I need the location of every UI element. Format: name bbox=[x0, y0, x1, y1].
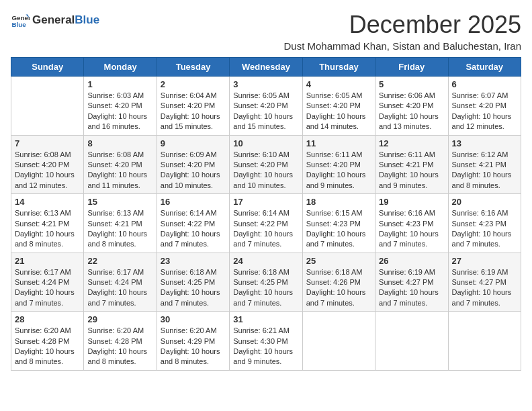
day-number: 29 bbox=[87, 314, 152, 324]
calendar-cell: 26Sunrise: 6:19 AM Sunset: 4:27 PM Dayli… bbox=[375, 253, 448, 312]
cell-content: Sunrise: 6:10 AM Sunset: 4:20 PM Dayligh… bbox=[233, 150, 298, 191]
logo-blue: Blue bbox=[75, 13, 99, 27]
day-number: 13 bbox=[452, 138, 517, 148]
calendar-cell: 25Sunrise: 6:18 AM Sunset: 4:26 PM Dayli… bbox=[302, 253, 375, 312]
calendar-week-row: 21Sunrise: 6:17 AM Sunset: 4:24 PM Dayli… bbox=[11, 253, 521, 312]
calendar-cell: 4Sunrise: 6:05 AM Sunset: 4:20 PM Daylig… bbox=[302, 77, 375, 136]
calendar-cell: 29Sunrise: 6:20 AM Sunset: 4:28 PM Dayli… bbox=[84, 312, 157, 371]
day-number: 28 bbox=[15, 314, 80, 324]
calendar: SundayMondayTuesdayWednesdayThursdayFrid… bbox=[11, 57, 521, 371]
day-number: 25 bbox=[306, 256, 371, 266]
day-number: 24 bbox=[233, 256, 298, 266]
cell-content: Sunrise: 6:18 AM Sunset: 4:25 PM Dayligh… bbox=[233, 267, 298, 309]
cell-content: Sunrise: 6:07 AM Sunset: 4:20 PM Dayligh… bbox=[452, 91, 517, 132]
weekday-header: Sunday bbox=[11, 58, 84, 77]
day-number: 12 bbox=[379, 138, 444, 148]
day-number: 4 bbox=[306, 79, 371, 89]
day-number: 3 bbox=[233, 79, 298, 89]
calendar-week-row: 7Sunrise: 6:08 AM Sunset: 4:20 PM Daylig… bbox=[11, 135, 521, 194]
weekday-header: Friday bbox=[375, 58, 448, 77]
calendar-cell: 30Sunrise: 6:20 AM Sunset: 4:29 PM Dayli… bbox=[157, 312, 229, 371]
day-number: 15 bbox=[87, 197, 152, 207]
calendar-cell: 15Sunrise: 6:13 AM Sunset: 4:21 PM Dayli… bbox=[84, 194, 157, 253]
day-number: 10 bbox=[233, 138, 298, 148]
calendar-cell: 17Sunrise: 6:14 AM Sunset: 4:22 PM Dayli… bbox=[230, 194, 302, 253]
header: General Blue GeneralBlue December 2025 D… bbox=[11, 11, 521, 52]
day-number: 14 bbox=[15, 197, 80, 207]
day-number: 18 bbox=[306, 197, 371, 207]
cell-content: Sunrise: 6:09 AM Sunset: 4:20 PM Dayligh… bbox=[161, 150, 226, 191]
cell-content: Sunrise: 6:14 AM Sunset: 4:22 PM Dayligh… bbox=[161, 208, 226, 250]
calendar-cell: 19Sunrise: 6:16 AM Sunset: 4:23 PM Dayli… bbox=[375, 194, 448, 253]
cell-content: Sunrise: 6:18 AM Sunset: 4:25 PM Dayligh… bbox=[161, 267, 226, 309]
svg-text:Blue: Blue bbox=[11, 21, 26, 28]
cell-content: Sunrise: 6:05 AM Sunset: 4:20 PM Dayligh… bbox=[233, 91, 298, 132]
cell-content: Sunrise: 6:12 AM Sunset: 4:21 PM Dayligh… bbox=[452, 150, 517, 191]
day-number: 5 bbox=[379, 79, 444, 89]
calendar-cell bbox=[302, 312, 375, 371]
day-number: 7 bbox=[15, 138, 80, 148]
calendar-cell: 11Sunrise: 6:11 AM Sunset: 4:20 PM Dayli… bbox=[302, 135, 375, 194]
cell-content: Sunrise: 6:20 AM Sunset: 4:28 PM Dayligh… bbox=[87, 326, 152, 367]
day-number: 21 bbox=[15, 256, 80, 266]
cell-content: Sunrise: 6:03 AM Sunset: 4:20 PM Dayligh… bbox=[87, 91, 152, 132]
day-number: 26 bbox=[379, 256, 444, 266]
calendar-cell: 16Sunrise: 6:14 AM Sunset: 4:22 PM Dayli… bbox=[157, 194, 229, 253]
calendar-cell: 14Sunrise: 6:13 AM Sunset: 4:21 PM Dayli… bbox=[11, 194, 84, 253]
day-number: 31 bbox=[233, 314, 298, 324]
cell-content: Sunrise: 6:20 AM Sunset: 4:29 PM Dayligh… bbox=[161, 326, 226, 367]
calendar-cell: 5Sunrise: 6:06 AM Sunset: 4:20 PM Daylig… bbox=[375, 77, 448, 136]
day-number: 19 bbox=[379, 197, 444, 207]
calendar-week-row: 14Sunrise: 6:13 AM Sunset: 4:21 PM Dayli… bbox=[11, 194, 521, 253]
calendar-cell bbox=[11, 77, 84, 136]
cell-content: Sunrise: 6:19 AM Sunset: 4:27 PM Dayligh… bbox=[452, 267, 517, 309]
calendar-cell: 3Sunrise: 6:05 AM Sunset: 4:20 PM Daylig… bbox=[230, 77, 302, 136]
calendar-cell: 27Sunrise: 6:19 AM Sunset: 4:27 PM Dayli… bbox=[448, 253, 521, 312]
title-area: December 2025 Dust Mohammad Khan, Sistan… bbox=[283, 11, 521, 52]
calendar-cell: 2Sunrise: 6:04 AM Sunset: 4:20 PM Daylig… bbox=[157, 77, 229, 136]
calendar-week-row: 28Sunrise: 6:20 AM Sunset: 4:28 PM Dayli… bbox=[11, 312, 521, 371]
day-number: 23 bbox=[161, 256, 226, 266]
day-number: 27 bbox=[452, 256, 517, 266]
weekday-header: Wednesday bbox=[230, 58, 302, 77]
day-number: 2 bbox=[161, 79, 226, 89]
weekday-header: Thursday bbox=[302, 58, 375, 77]
weekday-header: Monday bbox=[84, 58, 157, 77]
calendar-cell: 8Sunrise: 6:08 AM Sunset: 4:20 PM Daylig… bbox=[84, 135, 157, 194]
calendar-cell: 28Sunrise: 6:20 AM Sunset: 4:28 PM Dayli… bbox=[11, 312, 84, 371]
cell-content: Sunrise: 6:20 AM Sunset: 4:28 PM Dayligh… bbox=[15, 326, 80, 367]
calendar-cell: 24Sunrise: 6:18 AM Sunset: 4:25 PM Dayli… bbox=[230, 253, 302, 312]
day-number: 30 bbox=[161, 314, 226, 324]
main-title: December 2025 bbox=[283, 11, 521, 39]
cell-content: Sunrise: 6:19 AM Sunset: 4:27 PM Dayligh… bbox=[379, 267, 444, 309]
calendar-cell: 1Sunrise: 6:03 AM Sunset: 4:20 PM Daylig… bbox=[84, 77, 157, 136]
calendar-cell bbox=[448, 312, 521, 371]
day-number: 9 bbox=[161, 138, 226, 148]
cell-content: Sunrise: 6:21 AM Sunset: 4:30 PM Dayligh… bbox=[233, 326, 298, 367]
day-number: 16 bbox=[161, 197, 226, 207]
calendar-cell: 12Sunrise: 6:11 AM Sunset: 4:21 PM Dayli… bbox=[375, 135, 448, 194]
calendar-cell: 7Sunrise: 6:08 AM Sunset: 4:20 PM Daylig… bbox=[11, 135, 84, 194]
calendar-cell: 18Sunrise: 6:15 AM Sunset: 4:23 PM Dayli… bbox=[302, 194, 375, 253]
cell-content: Sunrise: 6:05 AM Sunset: 4:20 PM Dayligh… bbox=[306, 91, 371, 132]
weekday-header: Saturday bbox=[448, 58, 521, 77]
calendar-cell: 6Sunrise: 6:07 AM Sunset: 4:20 PM Daylig… bbox=[448, 77, 521, 136]
cell-content: Sunrise: 6:04 AM Sunset: 4:20 PM Dayligh… bbox=[161, 91, 226, 132]
cell-content: Sunrise: 6:18 AM Sunset: 4:26 PM Dayligh… bbox=[306, 267, 371, 309]
calendar-cell: 31Sunrise: 6:21 AM Sunset: 4:30 PM Dayli… bbox=[230, 312, 302, 371]
calendar-header-row: SundayMondayTuesdayWednesdayThursdayFrid… bbox=[11, 58, 521, 77]
calendar-cell: 23Sunrise: 6:18 AM Sunset: 4:25 PM Dayli… bbox=[157, 253, 229, 312]
cell-content: Sunrise: 6:16 AM Sunset: 4:23 PM Dayligh… bbox=[452, 208, 517, 250]
weekday-header: Tuesday bbox=[157, 58, 229, 77]
cell-content: Sunrise: 6:14 AM Sunset: 4:22 PM Dayligh… bbox=[233, 208, 298, 250]
cell-content: Sunrise: 6:13 AM Sunset: 4:21 PM Dayligh… bbox=[87, 208, 152, 250]
day-number: 20 bbox=[452, 197, 517, 207]
day-number: 11 bbox=[306, 138, 371, 148]
logo-general: General bbox=[32, 13, 75, 27]
cell-content: Sunrise: 6:15 AM Sunset: 4:23 PM Dayligh… bbox=[306, 208, 371, 250]
cell-content: Sunrise: 6:08 AM Sunset: 4:20 PM Dayligh… bbox=[15, 150, 80, 191]
calendar-cell: 22Sunrise: 6:17 AM Sunset: 4:24 PM Dayli… bbox=[84, 253, 157, 312]
day-number: 17 bbox=[233, 197, 298, 207]
logo-icon: General Blue bbox=[11, 11, 30, 30]
calendar-cell: 9Sunrise: 6:09 AM Sunset: 4:20 PM Daylig… bbox=[157, 135, 229, 194]
